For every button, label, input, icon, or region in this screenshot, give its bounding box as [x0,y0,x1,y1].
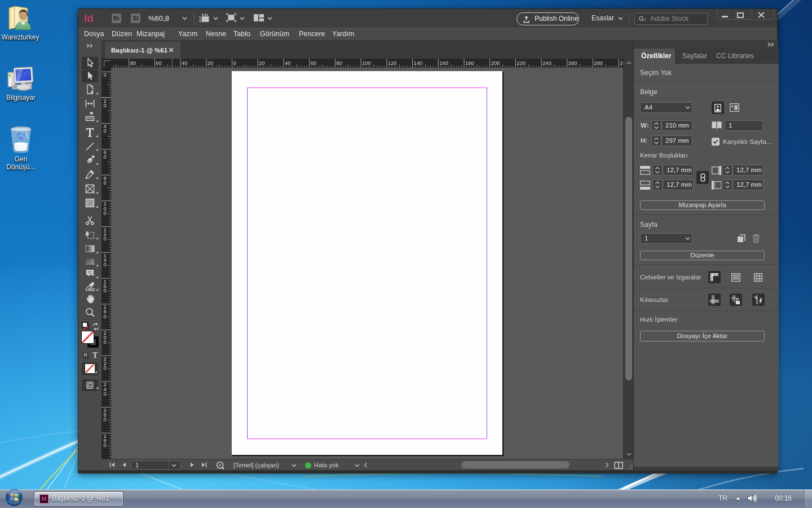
svg-text:160: 160 [439,60,448,66]
svg-text:20: 20 [208,60,214,66]
svg-text:0: 0 [104,235,107,242]
svg-text:40: 40 [285,60,291,66]
svg-text:220: 220 [517,60,526,66]
svg-text:100: 100 [362,60,371,66]
svg-text:280: 280 [594,60,603,66]
svg-text:0: 0 [104,339,107,345]
svg-text:0: 0 [104,313,107,319]
svg-text:60: 60 [156,60,162,66]
svg-text:200: 200 [491,60,500,66]
svg-text:0: 0 [104,287,107,294]
svg-text:0: 0 [233,60,236,66]
svg-text:20: 20 [259,60,265,66]
svg-text:0: 0 [104,102,107,108]
svg-text:0: 0 [104,72,107,78]
svg-text:80: 80 [130,60,136,66]
svg-text:0: 0 [104,210,107,216]
svg-text:0: 0 [104,365,107,371]
svg-text:0: 0 [104,154,107,160]
svg-text:0: 0 [104,128,107,134]
svg-text:180: 180 [465,60,474,66]
svg-text:40: 40 [182,60,188,66]
svg-text:0: 0 [104,442,107,448]
svg-text:0: 0 [104,179,107,186]
svg-text:260: 260 [568,60,577,66]
svg-text:80: 80 [336,60,342,66]
svg-text:240: 240 [542,60,551,66]
svg-text:0: 0 [104,416,107,422]
svg-text:0: 0 [104,391,107,397]
svg-text:140: 140 [414,60,423,66]
svg-text:120: 120 [388,60,397,66]
svg-text:0: 0 [104,261,107,268]
svg-text:60: 60 [311,60,317,66]
